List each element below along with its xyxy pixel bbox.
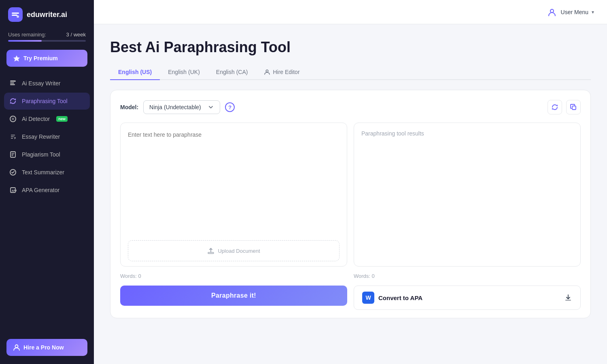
tool-card: Model: Ninja (Undetectable) ?: [110, 90, 591, 318]
input-bottom: Words: 0 Paraphrase it!: [120, 273, 347, 310]
svg-point-14: [550, 9, 554, 13]
sidebar-item-label: Plagiarism Tool: [22, 151, 60, 158]
tool-actions: [548, 100, 581, 114]
svg-rect-16: [572, 106, 576, 110]
new-badge: new: [56, 116, 68, 122]
svg-point-8: [12, 118, 14, 120]
help-icon[interactable]: ?: [225, 102, 235, 112]
topbar: User Menu ▾: [94, 0, 607, 24]
output-word-count: Words: 0: [354, 273, 581, 279]
uses-value: 3 / week: [66, 32, 86, 38]
tab-english-us[interactable]: English (US): [110, 65, 160, 80]
sidebar-item-apa-generator[interactable]: APA APA Generator: [4, 182, 90, 199]
upload-label: Upload Document: [218, 248, 260, 254]
tab-hire-editor[interactable]: Hire Editor: [256, 65, 308, 80]
svg-rect-17: [208, 252, 214, 254]
sidebar-item-plagiarism-tool[interactable]: Plagiarism Tool: [4, 146, 90, 163]
sidebar-item-label: Ai Essay Writer: [22, 80, 60, 87]
uses-label: Uses remaining:: [8, 32, 46, 38]
sidebar-item-label: APA Generator: [22, 187, 59, 193]
language-tabs: English (US) English (UK) English (CA) H…: [110, 65, 591, 80]
page-title: Best Ai Paraphrasing Tool: [110, 39, 591, 56]
bottom-panels: Words: 0 Paraphrase it! Words: 0 W Conve…: [120, 273, 581, 310]
copy-icon: [570, 104, 577, 111]
svg-rect-1: [12, 15, 17, 16]
logo-text: eduwriter.ai: [27, 11, 67, 19]
paraphrase-icon: [9, 97, 17, 105]
tab-label: English (UK): [168, 69, 200, 75]
chevron-down-icon: [208, 104, 214, 110]
convert-to-apa-button[interactable]: W Convert to APA: [354, 286, 581, 310]
model-value: Ninja (Undetectable): [149, 104, 201, 110]
logo: eduwriter.ai: [0, 0, 94, 29]
uses-remaining-section: Uses remaining: 3 / week: [0, 29, 94, 46]
plagiarism-icon: [9, 150, 17, 159]
model-left: Model: Ninja (Undetectable) ?: [120, 100, 235, 114]
text-panels: Upload Document Paraphrasing tool result…: [120, 123, 581, 267]
sidebar: eduwriter.ai Uses remaining: 3 / week Tr…: [0, 0, 94, 364]
rewriter-icon: [9, 133, 17, 141]
logo-icon: [8, 7, 23, 22]
chevron-down-icon: ▾: [592, 9, 594, 15]
tab-label: English (CA): [216, 69, 248, 75]
sidebar-item-label: Essay Rewriter: [22, 133, 60, 140]
model-select[interactable]: Ninja (Undetectable): [143, 100, 220, 114]
user-menu[interactable]: User Menu ▾: [546, 6, 594, 18]
paraphrase-label: Paraphrase it!: [211, 292, 256, 299]
hire-pro-label: Hire a Pro Now: [23, 344, 64, 351]
tab-label: Hire Editor: [273, 69, 299, 75]
svg-marker-3: [13, 55, 20, 61]
sidebar-item-ai-detector[interactable]: Ai Detector new: [4, 110, 90, 127]
main-content: User Menu ▾ Best Ai Paraphrasing Tool En…: [94, 0, 607, 364]
refresh-button[interactable]: [548, 100, 562, 114]
sidebar-item-label: Paraphrasing Tool: [22, 98, 68, 104]
sidebar-item-essay-rewriter[interactable]: Essay Rewriter: [4, 128, 90, 145]
output-bottom: Words: 0 W Convert to APA: [354, 273, 581, 310]
output-panel: Paraphrasing tool results: [354, 123, 581, 267]
svg-point-15: [266, 70, 269, 72]
tab-english-uk[interactable]: English (UK): [160, 65, 208, 80]
sidebar-item-label: Ai Detector: [22, 116, 50, 122]
model-row: Model: Ninja (Undetectable) ?: [120, 100, 581, 114]
svg-rect-0: [12, 13, 19, 14]
upload-icon: [207, 247, 214, 254]
input-panel: Upload Document: [120, 123, 347, 267]
user-icon: [546, 6, 558, 18]
svg-rect-5: [10, 83, 14, 84]
sidebar-nav: Ai Essay Writer Paraphrasing Tool Ai Det…: [0, 73, 94, 335]
word-icon: W: [362, 292, 374, 304]
refresh-icon: [551, 104, 558, 111]
try-premium-button[interactable]: Try Premium: [6, 50, 87, 67]
download-icon: [564, 294, 572, 302]
svg-point-2: [17, 15, 19, 18]
tab-english-ca[interactable]: English (CA): [208, 65, 256, 80]
progress-bar-background: [8, 40, 86, 42]
detector-icon: [9, 115, 17, 123]
input-word-count: Words: 0: [120, 273, 347, 279]
hire-pro-button[interactable]: Hire a Pro Now: [6, 339, 87, 356]
sidebar-item-paraphrasing-tool[interactable]: Paraphrasing Tool: [4, 93, 90, 110]
svg-point-13: [15, 345, 18, 348]
essay-icon: [9, 79, 17, 87]
try-premium-label: Try Premium: [23, 55, 58, 61]
svg-rect-4: [10, 80, 16, 82]
progress-bar-fill: [8, 40, 42, 42]
paraphrase-button[interactable]: Paraphrase it!: [120, 286, 347, 306]
content-area: Best Ai Paraphrasing Tool English (US) E…: [94, 24, 607, 364]
upload-zone[interactable]: Upload Document: [128, 240, 340, 261]
svg-text:APA: APA: [12, 189, 17, 192]
sidebar-item-ai-essay-writer[interactable]: Ai Essay Writer: [4, 75, 90, 92]
output-placeholder: Paraphrasing tool results: [361, 130, 573, 248]
user-menu-label: User Menu: [561, 9, 588, 15]
hire-pro-icon: [13, 344, 20, 351]
hire-editor-icon: [264, 69, 270, 75]
sidebar-item-label: Text Summarizer: [22, 169, 64, 176]
svg-rect-18: [565, 300, 571, 301]
svg-rect-6: [10, 84, 15, 85]
apa-icon: APA: [9, 186, 17, 194]
convert-btn-left: W Convert to APA: [362, 292, 422, 304]
sidebar-item-text-summarizer[interactable]: Text Summarizer: [4, 164, 90, 181]
input-textarea[interactable]: [128, 130, 340, 235]
copy-button[interactable]: [566, 100, 581, 114]
convert-label: Convert to APA: [378, 294, 422, 301]
